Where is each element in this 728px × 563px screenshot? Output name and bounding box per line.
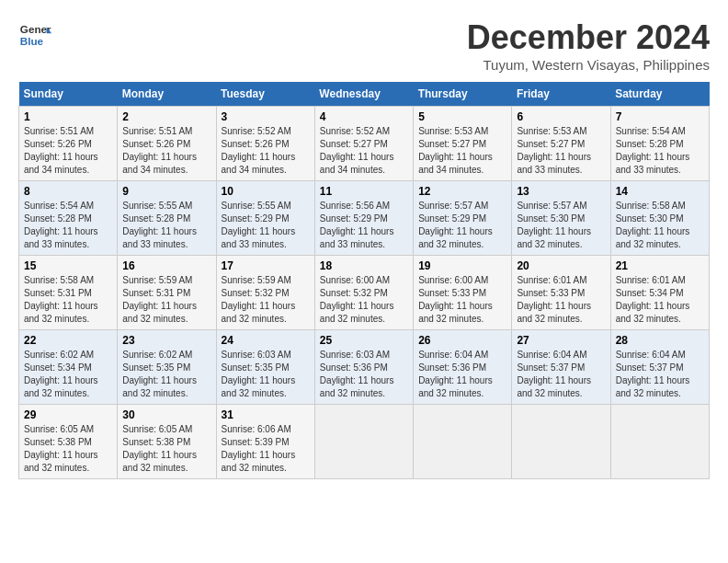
day-info: Sunrise: 5:54 AM Sunset: 5:28 PM Dayligh… (24, 200, 112, 251)
logo-icon: General Blue (18, 18, 51, 52)
calendar-cell: 1Sunrise: 5:51 AM Sunset: 5:26 PM Daylig… (19, 107, 118, 181)
day-number: 9 (122, 185, 210, 198)
day-info: Sunrise: 6:01 AM Sunset: 5:33 PM Dayligh… (517, 274, 605, 326)
calendar-cell: 31Sunrise: 6:06 AM Sunset: 5:39 PM Dayli… (216, 405, 314, 479)
calendar-week-4: 22Sunrise: 6:02 AM Sunset: 5:34 PM Dayli… (19, 330, 710, 405)
day-number: 4 (320, 110, 408, 123)
calendar-cell: 22Sunrise: 6:02 AM Sunset: 5:34 PM Dayli… (19, 330, 118, 405)
day-info: Sunrise: 5:58 AM Sunset: 5:30 PM Dayligh… (616, 200, 704, 251)
header: General Blue December 2024 Tuyum, Wester… (18, 18, 710, 73)
day-number: 31 (222, 408, 310, 421)
day-info: Sunrise: 5:58 AM Sunset: 5:31 PM Dayligh… (24, 274, 112, 326)
day-info: Sunrise: 6:04 AM Sunset: 5:37 PM Dayligh… (517, 349, 605, 400)
calendar-cell: 9Sunrise: 5:55 AM Sunset: 5:28 PM Daylig… (118, 181, 216, 256)
day-number: 18 (320, 259, 408, 272)
calendar-cell: 26Sunrise: 6:04 AM Sunset: 5:36 PM Dayli… (414, 330, 512, 405)
day-info: Sunrise: 5:54 AM Sunset: 5:28 PM Dayligh… (616, 125, 704, 177)
day-number: 26 (418, 334, 506, 347)
calendar-cell: 4Sunrise: 5:52 AM Sunset: 5:27 PM Daylig… (314, 107, 413, 181)
day-info: Sunrise: 6:01 AM Sunset: 5:34 PM Dayligh… (616, 274, 704, 326)
calendar-cell: 16Sunrise: 5:59 AM Sunset: 5:31 PM Dayli… (118, 256, 216, 330)
calendar-week-3: 15Sunrise: 5:58 AM Sunset: 5:31 PM Dayli… (19, 256, 710, 330)
calendar-cell (512, 405, 610, 479)
calendar-cell: 18Sunrise: 6:00 AM Sunset: 5:32 PM Dayli… (314, 256, 413, 330)
calendar-cell: 20Sunrise: 6:01 AM Sunset: 5:33 PM Dayli… (512, 256, 610, 330)
day-number: 28 (616, 334, 704, 347)
calendar-cell: 14Sunrise: 5:58 AM Sunset: 5:30 PM Dayli… (610, 181, 709, 256)
day-number: 6 (517, 110, 605, 123)
day-number: 14 (616, 185, 704, 198)
calendar-week-1: 1Sunrise: 5:51 AM Sunset: 5:26 PM Daylig… (19, 107, 710, 181)
day-number: 24 (222, 334, 310, 347)
calendar-week-2: 8Sunrise: 5:54 AM Sunset: 5:28 PM Daylig… (19, 181, 710, 256)
logo: General Blue (18, 18, 51, 52)
day-number: 22 (24, 334, 112, 347)
calendar-cell: 17Sunrise: 5:59 AM Sunset: 5:32 PM Dayli… (216, 256, 314, 330)
day-info: Sunrise: 5:57 AM Sunset: 5:30 PM Dayligh… (517, 200, 605, 251)
calendar-cell: 8Sunrise: 5:54 AM Sunset: 5:28 PM Daylig… (19, 181, 118, 256)
dow-friday: Friday (512, 82, 610, 107)
day-number: 27 (517, 334, 605, 347)
calendar-cell: 23Sunrise: 6:02 AM Sunset: 5:35 PM Dayli… (118, 330, 216, 405)
calendar-cell: 3Sunrise: 5:52 AM Sunset: 5:26 PM Daylig… (216, 107, 314, 181)
day-info: Sunrise: 5:52 AM Sunset: 5:27 PM Dayligh… (320, 125, 408, 177)
day-info: Sunrise: 5:51 AM Sunset: 5:26 PM Dayligh… (122, 125, 210, 177)
day-number: 1 (24, 110, 112, 123)
day-info: Sunrise: 6:05 AM Sunset: 5:38 PM Dayligh… (122, 423, 210, 475)
svg-text:Blue: Blue (20, 35, 44, 47)
calendar-cell (314, 405, 413, 479)
day-number: 3 (222, 110, 310, 123)
calendar-cell: 25Sunrise: 6:03 AM Sunset: 5:36 PM Dayli… (314, 330, 413, 405)
day-number: 2 (122, 110, 210, 123)
day-info: Sunrise: 6:04 AM Sunset: 5:37 PM Dayligh… (616, 349, 704, 400)
day-number: 16 (122, 259, 210, 272)
calendar-cell: 7Sunrise: 5:54 AM Sunset: 5:28 PM Daylig… (610, 107, 709, 181)
calendar-cell: 24Sunrise: 6:03 AM Sunset: 5:35 PM Dayli… (216, 330, 314, 405)
day-number: 19 (418, 259, 506, 272)
calendar-cell: 6Sunrise: 5:53 AM Sunset: 5:27 PM Daylig… (512, 107, 610, 181)
calendar-cell (414, 405, 512, 479)
dow-wednesday: Wednesday (314, 82, 413, 107)
day-number: 21 (616, 259, 704, 272)
calendar-cell: 21Sunrise: 6:01 AM Sunset: 5:34 PM Dayli… (610, 256, 709, 330)
day-info: Sunrise: 6:04 AM Sunset: 5:36 PM Dayligh… (418, 349, 506, 400)
calendar-cell: 27Sunrise: 6:04 AM Sunset: 5:37 PM Dayli… (512, 330, 610, 405)
dow-monday: Monday (118, 82, 216, 107)
day-info: Sunrise: 5:59 AM Sunset: 5:32 PM Dayligh… (222, 274, 310, 326)
day-number: 23 (122, 334, 210, 347)
title-area: December 2024 Tuyum, Western Visayas, Ph… (467, 18, 710, 73)
calendar-table: SundayMondayTuesdayWednesdayThursdayFrid… (18, 82, 710, 479)
day-number: 7 (616, 110, 704, 123)
day-info: Sunrise: 6:03 AM Sunset: 5:36 PM Dayligh… (320, 349, 408, 400)
calendar-cell: 13Sunrise: 5:57 AM Sunset: 5:30 PM Dayli… (512, 181, 610, 256)
dow-thursday: Thursday (414, 82, 512, 107)
calendar-cell: 11Sunrise: 5:56 AM Sunset: 5:29 PM Dayli… (314, 181, 413, 256)
day-info: Sunrise: 5:57 AM Sunset: 5:29 PM Dayligh… (418, 200, 506, 251)
dow-tuesday: Tuesday (216, 82, 314, 107)
calendar-cell: 30Sunrise: 6:05 AM Sunset: 5:38 PM Dayli… (118, 405, 216, 479)
calendar-cell: 15Sunrise: 5:58 AM Sunset: 5:31 PM Dayli… (19, 256, 118, 330)
day-info: Sunrise: 5:53 AM Sunset: 5:27 PM Dayligh… (517, 125, 605, 177)
day-info: Sunrise: 6:00 AM Sunset: 5:32 PM Dayligh… (320, 274, 408, 326)
day-info: Sunrise: 5:55 AM Sunset: 5:28 PM Dayligh… (122, 200, 210, 251)
day-number: 12 (418, 185, 506, 198)
day-number: 17 (222, 259, 310, 272)
days-of-week-header: SundayMondayTuesdayWednesdayThursdayFrid… (19, 82, 710, 107)
day-number: 13 (517, 185, 605, 198)
location-subtitle: Tuyum, Western Visayas, Philippines (467, 57, 710, 73)
day-info: Sunrise: 6:05 AM Sunset: 5:38 PM Dayligh… (24, 423, 112, 475)
calendar-cell: 29Sunrise: 6:05 AM Sunset: 5:38 PM Dayli… (19, 405, 118, 479)
calendar-cell (610, 405, 709, 479)
day-number: 20 (517, 259, 605, 272)
day-info: Sunrise: 6:00 AM Sunset: 5:33 PM Dayligh… (418, 274, 506, 326)
day-number: 29 (24, 408, 112, 421)
day-info: Sunrise: 5:56 AM Sunset: 5:29 PM Dayligh… (320, 200, 408, 251)
day-number: 25 (320, 334, 408, 347)
day-info: Sunrise: 5:53 AM Sunset: 5:27 PM Dayligh… (418, 125, 506, 177)
dow-sunday: Sunday (19, 82, 118, 107)
calendar-cell: 2Sunrise: 5:51 AM Sunset: 5:26 PM Daylig… (118, 107, 216, 181)
day-number: 30 (122, 408, 210, 421)
day-info: Sunrise: 5:52 AM Sunset: 5:26 PM Dayligh… (222, 125, 310, 177)
calendar-cell: 5Sunrise: 5:53 AM Sunset: 5:27 PM Daylig… (414, 107, 512, 181)
day-number: 8 (24, 185, 112, 198)
